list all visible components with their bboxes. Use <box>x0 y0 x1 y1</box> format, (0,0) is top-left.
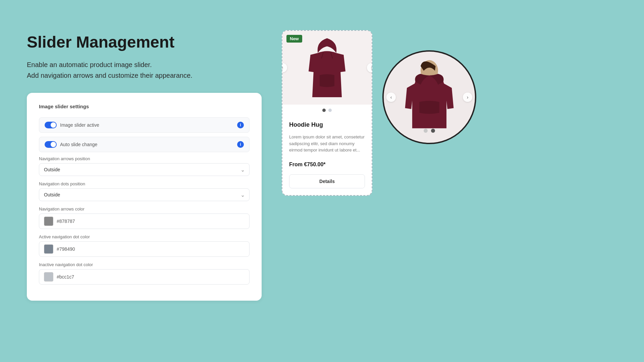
image-slider-label: Image slider active <box>60 122 99 128</box>
circle-content: ‹ › <box>384 52 475 143</box>
nav-arrows-color-row[interactable]: #878787 <box>39 214 250 229</box>
auto-slide-toggle[interactable] <box>45 141 57 148</box>
inactive-dot-color-value: #bcc1c7 <box>57 274 74 280</box>
product-name: Hoodie Hug <box>289 121 365 128</box>
circle-dot-1[interactable] <box>424 129 428 133</box>
nav-arrows-position-select[interactable]: Outside Inside None <box>39 163 250 176</box>
circle-preview: ‹ › <box>382 50 476 144</box>
active-dot-color-value: #798490 <box>57 246 75 252</box>
nav-dots-position-wrapper[interactable]: Outside Inside None <box>39 188 250 201</box>
settings-section-title: Image slider settings <box>39 104 250 109</box>
toggle-knob <box>51 122 56 128</box>
nav-arrows-color-value: #878787 <box>57 219 75 224</box>
inactive-dot-color-swatch[interactable] <box>44 272 53 282</box>
inactive-dot-color-group: Inactive navigation dot color #bcc1c7 <box>39 262 250 285</box>
nav-arrows-color-group: Navigation arrows color #878787 <box>39 206 250 229</box>
left-panel: Slider Management Enable an automatic pr… <box>27 27 262 301</box>
image-slider-toggle-row[interactable]: Image slider active i <box>39 117 250 133</box>
auto-slide-toggle-row[interactable]: Auto slide change i <box>39 137 250 152</box>
circle-dots <box>424 129 435 133</box>
circle-dot-2[interactable] <box>431 129 435 133</box>
nav-arrows-position-label: Navigation arrows position <box>39 156 250 161</box>
slider-dots <box>282 105 372 116</box>
dot-1[interactable] <box>322 109 326 112</box>
circle-prev-arrow[interactable]: ‹ <box>386 93 396 102</box>
details-button[interactable]: Details <box>289 174 365 188</box>
nav-dots-position-label: Navigation dots position <box>39 181 250 186</box>
inactive-dot-color-label: Inactive navigation dot color <box>39 262 250 267</box>
auto-slide-toggle-left: Auto slide change <box>45 141 97 148</box>
dot-2[interactable] <box>328 109 332 112</box>
page-description: Enable an automatic product image slider… <box>27 59 235 81</box>
auto-slide-knob <box>51 142 56 147</box>
circle-next-arrow[interactable]: › <box>463 93 472 102</box>
active-dot-color-swatch[interactable] <box>44 244 53 254</box>
active-dot-color-group: Active navigation dot color #798490 <box>39 234 250 257</box>
image-slider-info-icon[interactable]: i <box>237 122 244 128</box>
product-info: Hoodie Hug Lorem ipsum dolor sit amet, c… <box>282 116 372 195</box>
right-panel: New ‹ <box>282 27 617 196</box>
new-badge: New <box>286 35 302 43</box>
auto-slide-info-icon[interactable]: i <box>237 141 244 148</box>
nav-dots-position-select[interactable]: Outside Inside None <box>39 188 250 201</box>
nav-arrows-position-group: Navigation arrows position Outside Insid… <box>39 156 250 176</box>
inactive-dot-color-row[interactable]: #bcc1c7 <box>39 269 250 285</box>
product-card: New ‹ <box>282 30 372 196</box>
auto-slide-label: Auto slide change <box>60 142 97 147</box>
settings-card: Image slider settings Image slider activ… <box>27 93 262 301</box>
image-slider-toggle[interactable] <box>45 122 57 128</box>
product-price: From €750.00* <box>289 162 365 168</box>
nav-arrows-position-wrapper[interactable]: Outside Inside None <box>39 163 250 176</box>
toggle-left-group: Image slider active <box>45 122 99 128</box>
active-dot-color-row[interactable]: #798490 <box>39 241 250 257</box>
person-hoodie-image <box>396 54 463 141</box>
nav-arrows-color-label: Navigation arrows color <box>39 206 250 212</box>
product-description: Lorem ipsum dolor sit amet, consetetur s… <box>289 134 365 154</box>
page-title: Slider Management <box>27 34 262 51</box>
nav-arrows-color-swatch[interactable] <box>44 217 53 226</box>
active-dot-color-label: Active navigation dot color <box>39 234 250 239</box>
nav-dots-position-group: Navigation dots position Outside Inside … <box>39 181 250 201</box>
